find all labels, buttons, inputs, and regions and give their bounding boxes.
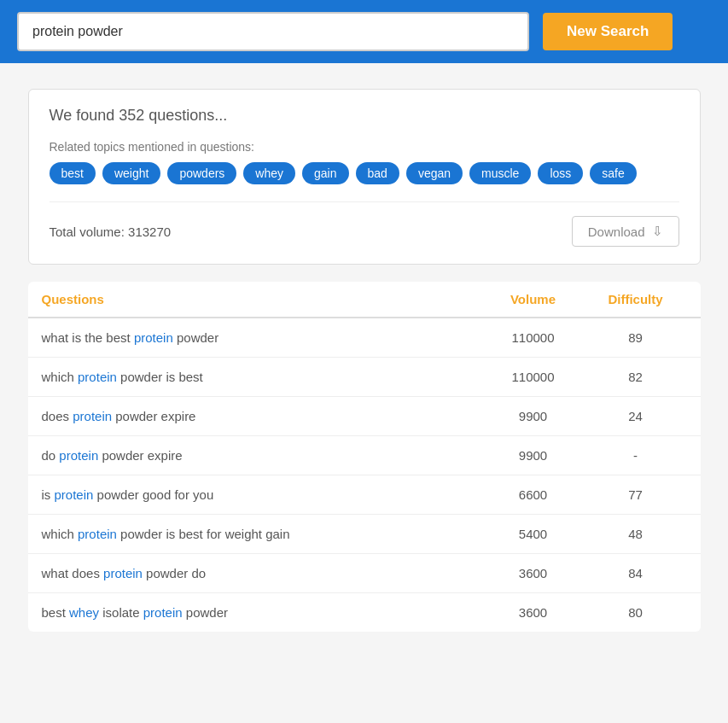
table-row[interactable]: best whey isolate protein powder 3600 80 xyxy=(28,593,701,632)
difficulty-cell: 80 xyxy=(585,605,687,620)
table-row[interactable]: what is the best protein powder 110000 8… xyxy=(28,318,701,358)
topic-tag-gain[interactable]: gain xyxy=(302,162,348,184)
search-input[interactable] xyxy=(17,12,529,51)
total-volume-text: Total volume: 313270 xyxy=(50,224,172,239)
topic-tag-safe[interactable]: safe xyxy=(590,162,636,184)
difficulty-cell: 82 xyxy=(585,370,687,384)
col-volume-header: Volume xyxy=(482,292,585,306)
difficulty-cell: 84 xyxy=(585,566,687,580)
summary-card: We found 352 questions... Related topics… xyxy=(28,89,701,265)
topic-tag-vegan[interactable]: vegan xyxy=(406,162,463,184)
question-cell: which protein powder is best for weight … xyxy=(42,527,482,541)
topic-tag-powders[interactable]: powders xyxy=(167,162,236,184)
topic-tag-weight[interactable]: weight xyxy=(102,162,160,184)
topic-tag-whey[interactable]: whey xyxy=(243,162,295,184)
table-row[interactable]: which protein powder is best 110000 82 xyxy=(28,358,701,397)
table-row[interactable]: is protein powder good for you 6600 77 xyxy=(28,475,701,515)
volume-cell: 3600 xyxy=(482,566,585,580)
col-questions-header: Questions xyxy=(42,292,482,306)
tags-row: bestweightpowderswheygainbadveganmusclel… xyxy=(50,162,679,184)
difficulty-cell: 77 xyxy=(585,487,687,502)
difficulty-cell: 89 xyxy=(585,330,687,345)
topic-tag-best[interactable]: best xyxy=(50,162,96,184)
question-cell: what does protein powder do xyxy=(42,566,482,580)
topic-tag-loss[interactable]: loss xyxy=(538,162,583,184)
volume-cell: 9900 xyxy=(482,448,585,463)
new-search-button[interactable]: New Search xyxy=(543,13,673,50)
volume-row: Total volume: 313270 Download ⇩ xyxy=(50,201,679,247)
table-row[interactable]: which protein powder is best for weight … xyxy=(28,515,701,554)
main-content: We found 352 questions... Related topics… xyxy=(15,89,714,632)
download-label: Download xyxy=(588,224,645,239)
table-row[interactable]: does protein powder expire 9900 24 xyxy=(28,397,701,436)
question-cell: best whey isolate protein powder xyxy=(42,605,482,620)
download-button[interactable]: Download ⇩ xyxy=(572,216,679,247)
question-cell: what is the best protein powder xyxy=(42,330,482,345)
table-row[interactable]: do protein powder expire 9900 - xyxy=(28,436,701,475)
col-difficulty-header: Difficulty xyxy=(585,292,687,306)
question-cell: is protein powder good for you xyxy=(42,487,482,502)
related-topics-label: Related topics mentioned in questions: xyxy=(50,140,679,154)
table-header: Questions Volume Difficulty xyxy=(28,282,701,318)
download-icon: ⇩ xyxy=(652,224,663,239)
topic-tag-bad[interactable]: bad xyxy=(356,162,399,184)
question-cell: do protein powder expire xyxy=(42,448,482,463)
question-cell: does protein powder expire xyxy=(42,409,482,423)
volume-cell: 6600 xyxy=(482,487,585,502)
question-cell: which protein powder is best xyxy=(42,370,482,384)
difficulty-cell: 48 xyxy=(585,527,687,541)
results-table: Questions Volume Difficulty what is the … xyxy=(28,282,701,632)
difficulty-cell: - xyxy=(585,448,687,463)
difficulty-cell: 24 xyxy=(585,409,687,423)
found-text: We found 352 questions... xyxy=(50,107,679,125)
volume-cell: 3600 xyxy=(482,605,585,620)
header: New Search xyxy=(0,0,728,63)
topic-tag-muscle[interactable]: muscle xyxy=(469,162,531,184)
volume-cell: 110000 xyxy=(482,330,585,345)
volume-cell: 9900 xyxy=(482,409,585,423)
table-row[interactable]: what does protein powder do 3600 84 xyxy=(28,554,701,593)
volume-cell: 5400 xyxy=(482,527,585,541)
table-body: what is the best protein powder 110000 8… xyxy=(28,318,701,632)
volume-cell: 110000 xyxy=(482,370,585,384)
